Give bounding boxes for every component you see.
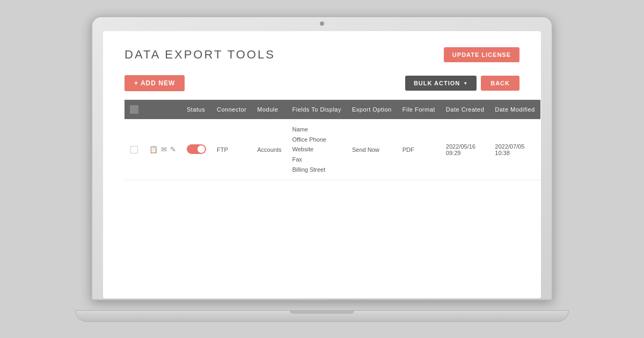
col-actions	[144, 100, 181, 119]
col-checkbox	[125, 100, 144, 119]
row-checkbox[interactable]	[130, 146, 138, 153]
row-fields: NameOffice PhoneWebsiteFaxBilling Street	[287, 119, 347, 180]
copy-icon[interactable]: 📋	[149, 145, 158, 153]
laptop-shell: DATA EXPORT TOOLS UPDATE LICENSE + ADD N…	[91, 16, 553, 322]
col-export-option: Export Option	[347, 100, 397, 119]
field-item: Fax	[292, 155, 341, 165]
col-connector: Connector	[211, 100, 252, 119]
col-file-format: File Format	[397, 100, 441, 119]
toolbar: + ADD NEW BULK ACTION BACK	[125, 75, 519, 91]
edit-icon[interactable]: ✎	[170, 145, 176, 153]
row-file-format: PDF	[397, 119, 441, 180]
row-date-created: 2022/05/16 09:29	[441, 119, 489, 180]
col-date-created: Date Created	[441, 100, 489, 119]
toolbar-right: BULK ACTION BACK	[405, 76, 519, 91]
field-item: Office Phone	[292, 135, 341, 145]
col-status: Status	[181, 100, 211, 119]
row-date-modified: 2022/07/05 10:38	[489, 119, 540, 180]
row-actions: 📋 ✉ ✎	[144, 119, 181, 180]
field-item: Name	[292, 124, 341, 135]
row-connector: FTP	[211, 119, 252, 180]
select-all-checkbox[interactable]	[130, 105, 138, 114]
row-export-option: Send Now	[347, 119, 397, 180]
page-title: DATA EXPORT TOOLS	[125, 48, 275, 62]
laptop-body: DATA EXPORT TOOLS UPDATE LICENSE + ADD N…	[91, 16, 553, 300]
col-date-modified: Date Modified	[489, 100, 540, 119]
add-new-button[interactable]: + ADD NEW	[125, 75, 185, 91]
table-header-row: Status Connector Module Fields To Displa…	[125, 100, 540, 119]
field-item: Website	[292, 144, 341, 155]
page-header: DATA EXPORT TOOLS UPDATE LICENSE	[125, 47, 519, 62]
field-item: Billing Street	[292, 165, 341, 175]
row-status[interactable]	[181, 119, 211, 180]
back-button[interactable]: BACK	[481, 76, 519, 91]
laptop-camera	[320, 21, 324, 26]
col-fields: Fields To Display	[287, 100, 347, 119]
toggle-switch[interactable]	[187, 144, 206, 154]
col-module: Module	[252, 100, 287, 119]
bulk-action-button[interactable]: BULK ACTION	[405, 76, 477, 91]
laptop-base	[75, 310, 569, 322]
row-module: Accounts	[252, 119, 287, 180]
update-license-button[interactable]: UPDATE LICENSE	[444, 47, 519, 62]
laptop-screen: DATA EXPORT TOOLS UPDATE LICENSE + ADD N…	[103, 31, 541, 298]
screen-content: DATA EXPORT TOOLS UPDATE LICENSE + ADD N…	[103, 31, 541, 298]
email-icon[interactable]: ✉	[161, 145, 167, 153]
table-row: 📋 ✉ ✎ FTPAccountsNameOffice PhoneWebsite…	[125, 119, 540, 180]
data-table: Status Connector Module Fields To Displa…	[125, 100, 540, 180]
